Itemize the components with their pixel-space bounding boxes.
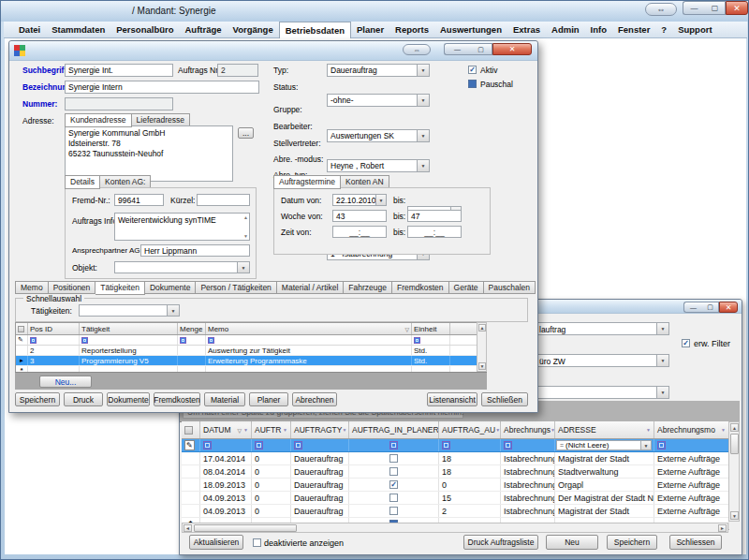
- column-header-memo[interactable]: Memo▽: [206, 323, 412, 334]
- column-header-adresse[interactable]: ADRESSE▼: [555, 421, 654, 438]
- fremdkosten-button[interactable]: Fremdkosten: [154, 392, 200, 406]
- tab-konten-ag[interactable]: Konten AG:: [100, 175, 151, 188]
- neu-button[interactable]: Neu...: [39, 376, 92, 388]
- filter-icon[interactable]: [203, 441, 212, 449]
- header-selector-cell[interactable]: [16, 323, 28, 334]
- ansprechpartner-input[interactable]: Herr Lippmann: [140, 244, 250, 257]
- tab-material-artikel[interactable]: Material / Artikel: [277, 281, 344, 294]
- column-header-auftrag-in-planer[interactable]: AUFTRAG_IN_PLANER▼: [349, 421, 439, 438]
- table-row[interactable]: 18.09.2013 0 Dauerauftrag ✓ 0 Istabrechn…: [182, 479, 729, 492]
- restore-icon[interactable]: ⇔: [645, 3, 677, 16]
- filter-icon[interactable]: [180, 337, 186, 344]
- woche-bis-input[interactable]: 47: [407, 210, 462, 222]
- speichern-button[interactable]: Speichern: [15, 392, 60, 406]
- filter-cell-planer[interactable]: [349, 439, 439, 451]
- dokumente-button[interactable]: Dokumente: [107, 392, 150, 406]
- filter-funnel-icon[interactable]: ▼: [721, 427, 726, 433]
- column-header-auftr[interactable]: AUFTR▼: [252, 421, 291, 438]
- scroll-up-icon[interactable]: ▲: [243, 214, 248, 220]
- scroll-down-icon[interactable]: ▼: [478, 362, 486, 370]
- scrollbar-thumb[interactable]: [730, 434, 739, 454]
- table-row[interactable]: 04.09.2013 0 Dauerauftrag 15 Istabrechnu…: [182, 492, 729, 505]
- filter-selector-cell[interactable]: ✎: [182, 439, 200, 451]
- schliessen-button[interactable]: Schließen: [481, 392, 528, 406]
- column-header-taetigkeit[interactable]: Tätigkeit: [80, 323, 178, 334]
- suchbegriff-input[interactable]: Synergie Int.: [65, 64, 173, 77]
- speichern-button[interactable]: Speichern: [607, 535, 657, 550]
- aktiv-checkbox[interactable]: ✓: [468, 66, 477, 74]
- planer-button[interactable]: Planer: [249, 392, 288, 406]
- tab-geraete[interactable]: Geräte: [449, 281, 484, 294]
- filter-icon[interactable]: [30, 337, 37, 344]
- tab-kundenadresse[interactable]: Kundenadresse: [65, 113, 132, 127]
- listenansicht-button[interactable]: Listenansicht: [427, 392, 477, 406]
- planer-checkbox[interactable]: [389, 507, 398, 515]
- scroll-left-icon[interactable]: ◄: [184, 524, 192, 532]
- table-row[interactable]: 2 Reporterstellung Auswertung zur Tätigk…: [16, 346, 477, 356]
- maximize-button[interactable]: ▢: [470, 43, 492, 55]
- vertical-scrollbar[interactable]: ▲ ▼: [728, 421, 740, 522]
- datum-von-combo[interactable]: 22.10.2010▼: [332, 194, 387, 206]
- filter-funnel-icon[interactable]: ▼: [243, 427, 248, 433]
- adresse-filter-combo[interactable]: = (Nicht Leere) ▼: [556, 440, 652, 450]
- menu-betriebsdaten[interactable]: Betriebsdaten: [279, 22, 351, 37]
- filter-cell-auftr[interactable]: [252, 439, 291, 451]
- tab-lieferadresse[interactable]: Lieferadresse: [132, 113, 191, 126]
- maximize-button[interactable]: ▢: [705, 1, 726, 15]
- column-header-datum[interactable]: DATUM▽▼: [200, 421, 252, 438]
- filter-icon[interactable]: [442, 441, 450, 449]
- tab-konten-an[interactable]: Konten AN: [341, 175, 389, 188]
- menu-vorgaenge[interactable]: Vorgänge: [228, 22, 279, 37]
- druck-auftragsliste-button[interactable]: Druck Auftragsliste: [463, 535, 538, 550]
- fremd-nr-input[interactable]: 99641: [114, 194, 164, 206]
- grid-options-icon[interactable]: [18, 326, 24, 332]
- tab-taetigkeiten[interactable]: Tätigkeiten: [95, 281, 145, 295]
- abrechnen-button[interactable]: Abrechnen: [292, 392, 337, 406]
- menu-fenster[interactable]: Fenster: [612, 22, 655, 37]
- column-header-auftragty[interactable]: AUFTRAGTY▼: [291, 421, 349, 438]
- filter-icon[interactable]: [208, 337, 214, 344]
- menu-datei[interactable]: Datei: [13, 22, 46, 37]
- table-row[interactable]: 17.04.2014 0 Dauerauftrag 18 Istabrechnu…: [182, 452, 729, 465]
- schliessen-button[interactable]: Schliessen: [669, 535, 722, 550]
- filter-cell-abrechnungs[interactable]: [501, 439, 555, 451]
- aktualisieren-button[interactable]: Aktualisieren: [189, 535, 243, 550]
- zeit-von-input[interactable]: __:__: [332, 226, 387, 238]
- menu-planer[interactable]: Planer: [351, 22, 389, 37]
- column-header-abrechnungs[interactable]: Abrechnungs▼: [501, 421, 555, 438]
- woche-von-input[interactable]: 43: [332, 210, 387, 222]
- chevron-down-icon[interactable]: ▼: [237, 262, 249, 273]
- filter-icon[interactable]: [255, 441, 263, 449]
- neu-button[interactable]: Neu: [546, 535, 598, 550]
- menu-auswertungen[interactable]: Auswertungen: [434, 22, 507, 37]
- filter-selector-cell[interactable]: ✎: [16, 335, 28, 345]
- column-header-pos-id[interactable]: Pos ID: [28, 323, 80, 334]
- table-row[interactable]: 04.09.2013 0 Dauerauftrag 2 Istabrechnun…: [182, 505, 729, 518]
- close-button[interactable]: ✕: [492, 43, 532, 55]
- close-button[interactable]: ✕: [719, 302, 738, 313]
- filter-funnel-icon[interactable]: ▼: [495, 427, 500, 433]
- tab-fremdkosten[interactable]: Fremdkosten: [392, 281, 449, 294]
- material-button[interactable]: Material: [204, 392, 245, 406]
- column-header-einheit[interactable]: Einheit: [412, 323, 450, 334]
- tab-positionen[interactable]: Positionen: [49, 281, 96, 294]
- address-textbox[interactable]: Synergie Kommunal GmbH Idsteinerstr. 78 …: [65, 125, 233, 182]
- column-header-abrechnungsmo[interactable]: Abrechnungsmo▼: [654, 421, 729, 438]
- auftrags-info-textarea[interactable]: Weiterentwicklung synTIME ▲ ▼: [114, 213, 250, 241]
- kuerzel-input[interactable]: [197, 194, 250, 206]
- filter-cell[interactable]: [206, 335, 412, 345]
- maximize-button[interactable]: ▢: [702, 302, 719, 313]
- restore-icon[interactable]: ⇔: [403, 44, 431, 55]
- planer-checkbox[interactable]: ✓: [389, 480, 398, 489]
- chevron-down-icon[interactable]: ▼: [656, 323, 668, 334]
- horizontal-scrollbar[interactable]: ◄ ►: [182, 523, 728, 533]
- filter-funnel-icon[interactable]: ▼: [342, 427, 346, 433]
- taetigkeiten-combo[interactable]: ▼: [79, 304, 180, 317]
- filter-cell-auftragty[interactable]: [291, 439, 349, 451]
- filter-cell-abrechnungsmo[interactable]: [654, 439, 729, 451]
- chevron-down-icon[interactable]: ▼: [640, 441, 651, 449]
- menu-stammdaten[interactable]: Stammdaten: [46, 22, 110, 37]
- bearbeiter-combo[interactable]: Heyne , Robert▼: [327, 159, 430, 172]
- chevron-down-icon[interactable]: ▼: [656, 355, 668, 366]
- menu-admin[interactable]: Admin: [546, 22, 585, 37]
